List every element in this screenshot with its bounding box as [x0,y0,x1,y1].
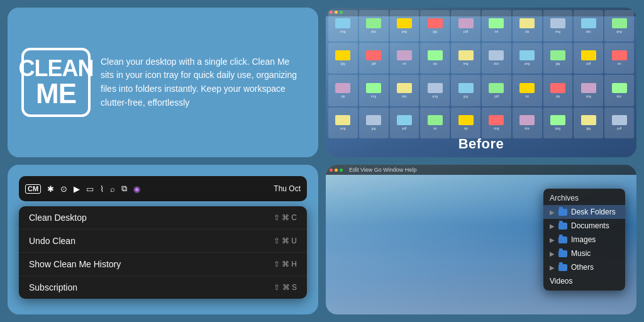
siri-icon[interactable]: ◉ [133,184,140,194]
app-dropdown-menu: Clean Desktop ⇧ ⌘ C Undo Clean ⇧ ⌘ U Sho… [19,206,307,299]
menu-item-subscription[interactable]: Subscription ⇧ ⌘ S [19,276,307,299]
screen-recording-icon: ⊙ [60,184,67,194]
folder-icon [558,209,567,216]
menubar-panel: CM ✱ ⊙ ▶ ▭ ⌇ ⌕ ⧉ ◉ Thu Oct Clean Desktop… [8,165,318,314]
file-icon: png [513,43,542,74]
app-logo: CLEAN ME [21,48,91,117]
close-btn[interactable] [330,169,333,172]
folder-archives[interactable]: Archives [543,191,625,205]
file-icon: txt [513,75,542,106]
system-menubar: CM ✱ ⊙ ▶ ▭ ⌇ ⌕ ⧉ ◉ Thu Oct [19,176,307,201]
folder-documents[interactable]: ▶ Documents [543,219,625,233]
file-icon: img [482,108,511,139]
file-icon: jpg [543,43,573,74]
file-icon: pdf [574,43,603,74]
file-icon: txt [482,10,511,42]
file-icon: img [574,75,603,106]
logo-text-clean: CLEAN [19,57,94,80]
file-icon: doc [513,108,542,139]
folder-videos[interactable]: Videos [543,274,625,288]
file-icon: jpg [574,108,603,139]
documents-label: Documents [571,221,609,230]
file-icon: txt [420,108,450,139]
others-label: Others [571,263,594,272]
clean-desktop: Edit View Go Window Help Archives ▶ Desk… [326,165,636,314]
file-icon: pdf [359,43,389,74]
expand-arrow: ▶ [550,250,555,257]
min-btn[interactable] [335,169,338,172]
display-icon: ⧉ [121,184,127,194]
file-icon: zip [328,75,358,106]
subscription-shortcut: ⇧ ⌘ S [274,283,297,292]
file-icon: txt [390,43,419,74]
file-icon: zip [420,43,450,74]
file-icon: zip [513,10,542,42]
file-icon: jpg [359,108,389,139]
file-icon: png [420,75,450,106]
file-icon: zip [543,75,573,106]
logo-text-me: ME [36,80,76,108]
file-icon: doc [604,75,634,106]
file-icon: png [390,10,419,42]
undo-clean-shortcut: ⇧ ⌘ U [274,236,297,245]
folder-desk-folders[interactable]: ▶ Desk Folders [543,205,625,219]
after-panel: Edit View Go Window Help Archives ▶ Desk… [326,165,636,314]
menu-item-label: Subscription [29,282,77,292]
menubar-app-controls [330,169,343,172]
finder-menu: Edit View Go Window Help [349,167,416,173]
expand-arrow: ▶ [550,264,555,271]
file-icon: img [359,75,389,106]
menu-item-label: Clean Desktop [29,213,87,223]
file-icon: txt [604,43,634,74]
folder-images[interactable]: ▶ Images [543,233,625,247]
expand-arrow: ▶ [550,223,555,230]
file-icons-grid: imgdocpngjpgpdftxtzipimgdocpngjpgpdftxtz… [328,10,634,138]
bluetooth-icon: ✱ [47,184,54,194]
before-panel: imgdocpngjpgpdftxtzipimgdocpngjpgpdftxtz… [326,8,636,157]
file-icon: jpg [328,43,358,74]
folder-icon [558,250,567,257]
menu-item-undo-clean[interactable]: Undo Clean ⇧ ⌘ U [19,230,307,253]
menu-item-label: Undo Clean [29,236,75,246]
folder-others[interactable]: ▶ Others [543,260,625,274]
images-label: Images [571,235,596,244]
before-label: Before [458,136,504,152]
clean-me-icon: CM [25,184,41,194]
expand-arrow: ▶ [550,236,555,243]
file-icon: pdf [604,108,634,139]
file-icon: jpg [451,75,480,106]
wifi-icon: ⌇ [100,184,104,194]
file-icon: doc [359,10,389,42]
menu-item-show-history[interactable]: Show Clean Me History ⇧ ⌘ H [19,253,307,276]
media-icon: ▶ [74,184,80,194]
file-icon: doc [574,10,603,42]
battery-icon: ▭ [86,184,94,194]
file-icon: png [543,108,573,139]
file-icon: png [604,10,634,42]
folder-music[interactable]: ▶ Music [543,247,625,260]
videos-label: Videos [550,277,572,286]
folder-icon [558,236,567,243]
folder-icon [558,264,567,271]
search-icon[interactable]: ⌕ [110,184,115,194]
history-shortcut: ⇧ ⌘ H [274,260,297,269]
menubar-date: Thu Oct [274,184,301,193]
clean-desktop-shortcut: ⇧ ⌘ C [274,213,297,222]
file-icon: pdf [451,10,480,42]
menu-item-clean-desktop[interactable]: Clean Desktop ⇧ ⌘ C [19,206,307,230]
file-icon: img [543,10,573,42]
file-icon: img [328,10,358,42]
file-icon: doc [482,43,511,74]
file-icon: zip [451,108,480,139]
max-btn[interactable] [340,169,343,172]
file-icon: pdf [390,108,419,139]
folder-context-menu: Archives ▶ Desk Folders ▶ Documents ▶ Im… [543,189,625,291]
file-icon: img [451,43,480,74]
app-description: Clean your desktop with a single click. … [101,55,304,110]
expand-arrow: ▶ [550,209,555,216]
finder-menubar: Edit View Go Window Help [326,165,636,175]
menu-item-label: Show Clean Me History [29,259,121,269]
file-icon: png [328,108,358,139]
file-icon: pdf [482,75,511,106]
file-icon: doc [390,75,419,106]
